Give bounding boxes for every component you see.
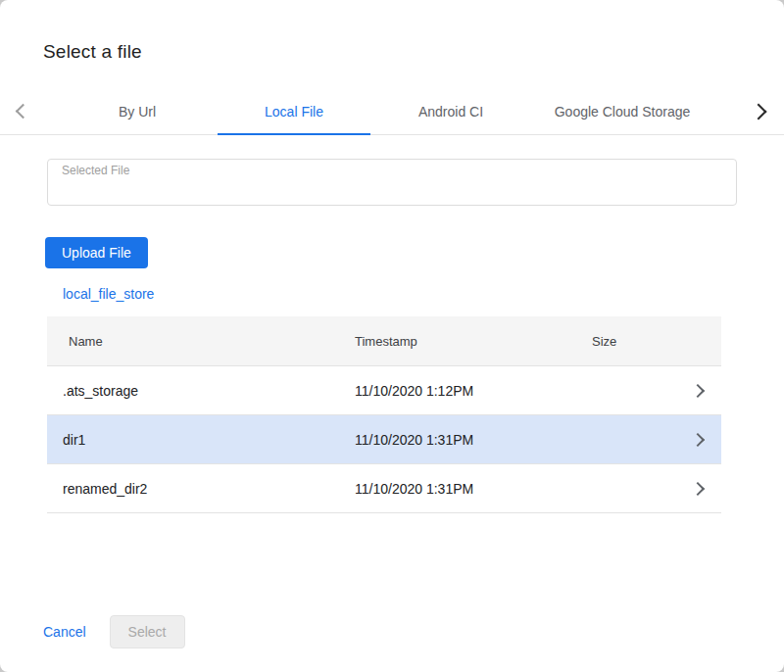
tab-by-url[interactable]: By Url <box>59 88 216 134</box>
select-button[interactable]: Select <box>110 615 185 648</box>
upload-file-button[interactable]: Upload File <box>45 237 148 268</box>
chevron-right-icon <box>691 383 705 397</box>
column-header-name: Name <box>47 334 355 349</box>
column-header-timestamp: Timestamp <box>355 334 592 349</box>
table-row[interactable]: .ats_storage 11/10/2020 1:12PM <box>47 366 721 415</box>
tab-local-file[interactable]: Local File <box>216 88 372 134</box>
dialog-footer: Cancel Select <box>43 615 185 648</box>
file-timestamp: 11/10/2020 1:12PM <box>355 383 592 399</box>
file-timestamp: 11/10/2020 1:31PM <box>355 432 592 448</box>
table-row[interactable]: dir1 11/10/2020 1:31PM <box>47 415 721 464</box>
file-table: Name Timestamp Size .ats_storage 11/10/2… <box>47 316 721 513</box>
tab-label: Android CI <box>418 104 483 120</box>
tabs-scroll-left-button[interactable] <box>0 88 45 134</box>
file-name: renamed_dir2 <box>47 481 355 497</box>
chevron-right-icon <box>751 103 767 120</box>
select-file-dialog: Select a file By Url Local File Android … <box>0 0 784 672</box>
selected-file-field: Selected File <box>47 159 737 206</box>
file-name: .ats_storage <box>47 383 355 399</box>
open-folder-button[interactable] <box>674 484 721 494</box>
table-row[interactable]: renamed_dir2 11/10/2020 1:31PM <box>47 464 721 513</box>
file-name: dir1 <box>47 432 355 448</box>
selected-file-label: Selected File <box>62 164 129 177</box>
table-header-row: Name Timestamp Size <box>47 316 721 366</box>
tab-list: By Url Local File Android CI Google Clou… <box>59 88 715 134</box>
tab-google-cloud-storage[interactable]: Google Cloud Storage <box>529 88 715 134</box>
file-timestamp: 11/10/2020 1:31PM <box>355 481 592 497</box>
tab-label: Google Cloud Storage <box>555 104 691 120</box>
breadcrumb[interactable]: local_file_store <box>63 286 154 302</box>
page-title: Select a file <box>43 41 784 63</box>
column-header-size: Size <box>592 334 674 349</box>
tab-label: Local File <box>265 104 323 120</box>
tabs-scroll-right-button[interactable] <box>733 88 784 134</box>
cancel-button[interactable]: Cancel <box>43 624 86 640</box>
chevron-right-icon <box>691 432 705 446</box>
tab-bar: By Url Local File Android CI Google Clou… <box>0 88 784 135</box>
open-folder-button[interactable] <box>674 386 721 396</box>
tab-label: By Url <box>119 104 156 120</box>
tab-android-ci[interactable]: Android CI <box>372 88 529 134</box>
chevron-right-icon <box>691 481 705 495</box>
chevron-left-icon <box>15 104 30 120</box>
open-folder-button[interactable] <box>674 435 721 445</box>
selected-file-input[interactable] <box>60 177 728 201</box>
